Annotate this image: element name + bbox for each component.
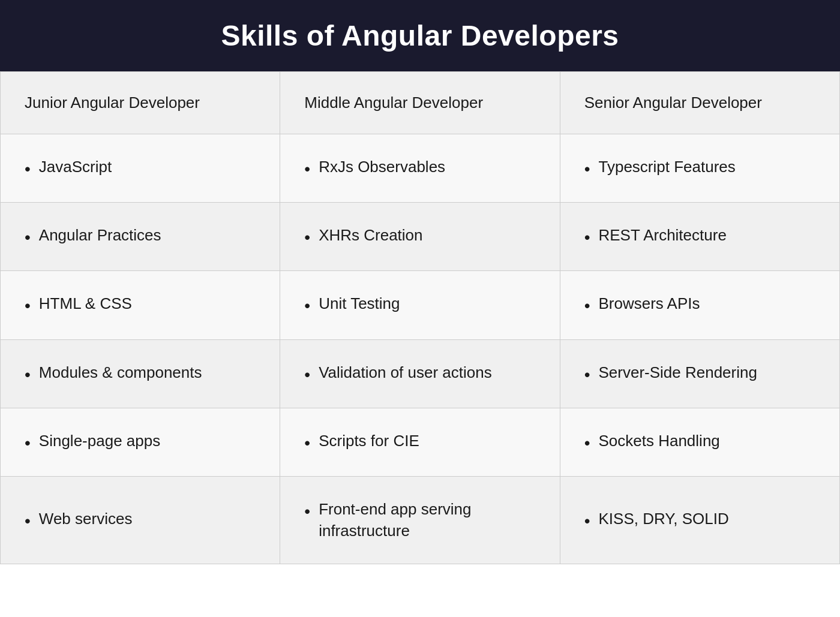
bullet-icon: • [25, 294, 31, 317]
cell-text: JavaScript [39, 156, 112, 177]
bullet-icon: • [584, 225, 590, 249]
table-row: •Web services•Front-end app serving infr… [1, 476, 840, 564]
cell-text: Angular Practices [39, 224, 161, 246]
skills-table-container: Junior Angular Developer Middle Angular … [0, 71, 840, 564]
cell-content: •Single-page apps [25, 430, 256, 455]
bullet-icon: • [584, 294, 590, 317]
bullet-icon: • [304, 294, 310, 317]
table-cell-row3-col2: •Server-Side Rendering [560, 339, 839, 408]
bullet-icon: • [304, 157, 310, 180]
cell-content: •Front-end app serving infrastructure [304, 498, 535, 542]
bullet-icon: • [25, 363, 31, 386]
table-cell-row5-col0: •Web services [1, 476, 280, 564]
cell-content: •Angular Practices [25, 224, 256, 249]
cell-text: Browsers APIs [598, 293, 700, 314]
table-cell-row4-col2: •Sockets Handling [560, 408, 839, 476]
column-header-middle: Middle Angular Developer [280, 72, 560, 134]
cell-content: •REST Architecture [584, 224, 815, 249]
bullet-icon: • [304, 499, 310, 523]
cell-text: Web services [39, 508, 133, 529]
cell-content: •Browsers APIs [584, 293, 815, 317]
cell-content: •JavaScript [25, 156, 256, 180]
cell-text: Typescript Features [598, 156, 735, 177]
bullet-icon: • [584, 509, 590, 532]
cell-content: •HTML & CSS [25, 293, 256, 317]
table-cell-row3-col0: •Modules & components [1, 339, 280, 408]
table-header-row: Junior Angular Developer Middle Angular … [1, 72, 840, 134]
cell-text: Single-page apps [39, 430, 160, 452]
cell-content: •XHRs Creation [304, 224, 535, 249]
table-cell-row0-col0: •JavaScript [1, 134, 280, 203]
cell-content: •Web services [25, 508, 256, 532]
table-row: •Modules & components•Validation of user… [1, 339, 840, 408]
bullet-icon: • [25, 509, 31, 532]
column-header-junior: Junior Angular Developer [1, 72, 280, 134]
bullet-icon: • [304, 225, 310, 249]
bullet-icon: • [304, 431, 310, 455]
skills-table: Junior Angular Developer Middle Angular … [0, 71, 840, 564]
cell-text: REST Architecture [598, 224, 726, 246]
cell-text: RxJs Observables [319, 156, 445, 177]
page-title: Skills of Angular Developers [12, 19, 828, 52]
cell-text: Sockets Handling [598, 430, 719, 452]
cell-text: Modules & components [39, 362, 202, 383]
cell-content: •Validation of user actions [304, 362, 535, 386]
table-cell-row0-col2: •Typescript Features [560, 134, 839, 203]
table-row: •HTML & CSS•Unit Testing•Browsers APIs [1, 271, 840, 339]
bullet-icon: • [304, 363, 310, 386]
cell-content: •Sockets Handling [584, 430, 815, 455]
table-cell-row1-col0: •Angular Practices [1, 203, 280, 271]
bullet-icon: • [25, 431, 31, 455]
bullet-icon: • [25, 157, 31, 180]
table-cell-row5-col1: •Front-end app serving infrastructure [280, 476, 560, 564]
table-cell-row2-col1: •Unit Testing [280, 271, 560, 339]
cell-content: •Server-Side Rendering [584, 362, 815, 386]
cell-content: •KISS, DRY, SOLID [584, 508, 815, 532]
cell-text: Front-end app serving infrastructure [319, 498, 536, 542]
table-cell-row4-col0: •Single-page apps [1, 408, 280, 476]
cell-content: •RxJs Observables [304, 156, 535, 180]
cell-content: •Scripts for CIE [304, 430, 535, 455]
cell-text: Unit Testing [319, 293, 400, 314]
table-cell-row2-col2: •Browsers APIs [560, 271, 839, 339]
table-cell-row1-col1: •XHRs Creation [280, 203, 560, 271]
page-header: Skills of Angular Developers [0, 0, 840, 71]
cell-content: •Unit Testing [304, 293, 535, 317]
cell-text: Scripts for CIE [319, 430, 419, 452]
table-row: •JavaScript•RxJs Observables•Typescript … [1, 134, 840, 203]
cell-content: •Modules & components [25, 362, 256, 386]
table-cell-row0-col1: •RxJs Observables [280, 134, 560, 203]
table-cell-row3-col1: •Validation of user actions [280, 339, 560, 408]
cell-text: HTML & CSS [39, 293, 132, 314]
table-cell-row4-col1: •Scripts for CIE [280, 408, 560, 476]
table-cell-row1-col2: •REST Architecture [560, 203, 839, 271]
bullet-icon: • [25, 225, 31, 249]
bullet-icon: • [584, 157, 590, 180]
cell-text: Validation of user actions [319, 362, 492, 383]
table-row: •Angular Practices•XHRs Creation•REST Ar… [1, 203, 840, 271]
table-cell-row2-col0: •HTML & CSS [1, 271, 280, 339]
cell-text: XHRs Creation [319, 224, 422, 246]
bullet-icon: • [584, 363, 590, 386]
cell-content: •Typescript Features [584, 156, 815, 180]
bullet-icon: • [584, 431, 590, 455]
table-cell-row5-col2: •KISS, DRY, SOLID [560, 476, 839, 564]
cell-text: KISS, DRY, SOLID [598, 508, 728, 529]
cell-text: Server-Side Rendering [598, 362, 757, 383]
column-header-senior: Senior Angular Developer [560, 72, 839, 134]
table-row: •Single-page apps•Scripts for CIE•Socket… [1, 408, 840, 476]
